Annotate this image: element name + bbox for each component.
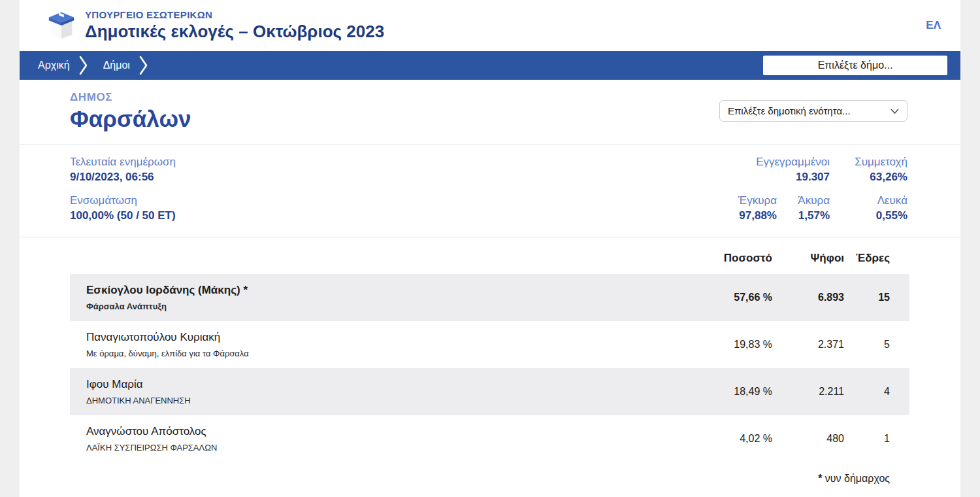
- last-update-stat: Τελευταία ενημέρωση 9/10/2023, 06:56: [70, 155, 176, 185]
- valid-stat: Έγκυρα 97,88%: [542, 194, 777, 224]
- seats-cell: 5: [844, 339, 890, 351]
- ballot-box-icon: [46, 9, 77, 43]
- percent-cell: 18,49 %: [687, 386, 772, 398]
- candidate-name: Εσκίογλου Ιορδάνης (Μάκης) *: [86, 284, 687, 297]
- percent-cell: 19,83 %: [687, 339, 772, 351]
- turnout-value: 63,26%: [830, 170, 907, 185]
- page-title: Δημοτικές εκλογές – Οκτώβριος 2023: [85, 22, 384, 42]
- party-name: Με όραμα, δύναμη, ελπίδα για τα Φάρσαλα: [86, 349, 687, 358]
- blank-label: Λευκά: [830, 194, 907, 209]
- breadcrumb-bar: Αρχική Δήμοι: [20, 51, 960, 80]
- result-row[interactable]: Ιφου Μαρία ΔΗΜΟΤΙΚΗ ΑΝΑΓΕΝΝΗΣΗ 18,49 % 2…: [70, 368, 909, 415]
- blank-stat: Λευκά 0,55%: [830, 194, 907, 224]
- municipal-unit-select[interactable]: Επιλέξτε δημοτική ενότητα...: [719, 100, 907, 122]
- language-toggle[interactable]: ΕΛ: [926, 19, 941, 32]
- turnout-label: Συμμετοχή: [830, 155, 907, 170]
- result-row[interactable]: Παναγιωτοπούλου Κυριακή Με όραμα, δύναμη…: [70, 321, 909, 368]
- app-header: ΥΠΟΥΡΓΕΙΟ ΕΣΩΤΕΡΙΚΩΝ Δημοτικές εκλογές –…: [20, 0, 960, 51]
- candidate-cell: Παναγιωτοπούλου Κυριακή Με όραμα, δύναμη…: [86, 331, 687, 358]
- result-row[interactable]: Αναγνώστου Απόστολος ΛΑΪΚΗ ΣΥΣΠΕΙΡΩΣΗ ΦΑ…: [70, 415, 909, 462]
- last-update-value: 9/10/2023, 06:56: [70, 170, 176, 185]
- results-table-header: Ποσοστό Ψήφοι Έδρες: [70, 252, 909, 265]
- breadcrumb-home[interactable]: Αρχική: [31, 60, 79, 71]
- candidate-cell: Ιφου Μαρία ΔΗΜΟΤΙΚΗ ΑΝΑΓΕΝΝΗΣΗ: [86, 378, 687, 405]
- footnote: * νυν δήμαρχος: [70, 473, 909, 485]
- breadcrumb: Αρχική Δήμοι: [31, 51, 157, 80]
- invalid-stat: Άκυρα 1,57%: [777, 194, 830, 224]
- candidate-cell: Εσκίογλου Ιορδάνης (Μάκης) * Φάρσαλα Ανά…: [86, 284, 687, 311]
- registered-label: Εγγεγραμμένοι: [542, 155, 830, 170]
- chevron-down-icon: [890, 105, 899, 116]
- votes-cell: 6.893: [772, 292, 844, 303]
- blank-value: 0,55%: [830, 209, 907, 224]
- municipality-header: ΔΗΜΟΣ Φαρσάλων Επιλέξτε δημοτική ενότητα…: [20, 80, 960, 144]
- candidate-cell: Αναγνώστου Απόστολος ΛΑΪΚΗ ΣΥΣΠΕΙΡΩΣΗ ΦΑ…: [86, 425, 687, 453]
- brand: ΥΠΟΥΡΓΕΙΟ ΕΣΩΤΕΡΙΚΩΝ Δημοτικές εκλογές –…: [46, 9, 384, 43]
- candidate-name: Παναγιωτοπούλου Κυριακή: [86, 331, 687, 344]
- valid-value: 97,88%: [542, 209, 777, 224]
- municipality-kind-label: ΔΗΜΟΣ: [70, 91, 191, 104]
- votes-cell: 2.211: [772, 386, 844, 398]
- chevron-right-icon: [139, 55, 148, 76]
- party-name: ΛΑΪΚΗ ΣΥΣΠΕΙΡΩΣΗ ΦΑΡΣΑΛΩΝ: [86, 443, 687, 453]
- registered-value: 19.307: [542, 170, 830, 185]
- invalid-value: 1,57%: [777, 209, 830, 224]
- seats-column-header: Έδρες: [844, 252, 890, 265]
- seats-cell: 4: [844, 386, 890, 398]
- result-row[interactable]: Εσκίογλου Ιορδάνης (Μάκης) * Φάρσαλα Ανά…: [70, 274, 909, 321]
- last-update-label: Τελευταία ενημέρωση: [70, 155, 176, 170]
- percent-cell: 4,02 %: [687, 433, 772, 445]
- integration-stat: Ενσωμάτωση 100,00% (50 / 50 ΕΤ): [70, 194, 176, 224]
- integration-value: 100,00% (50 / 50 ΕΤ): [70, 209, 176, 224]
- candidate-name: Ιφου Μαρία: [86, 378, 687, 391]
- party-name: Φάρσαλα Ανάπτυξη: [86, 301, 687, 311]
- results-rows: Εσκίογλου Ιορδάνης (Μάκης) * Φάρσαλα Ανά…: [70, 274, 909, 462]
- municipal-unit-select-value: Επιλέξτε δημοτική ενότητα...: [728, 105, 851, 116]
- invalid-label: Άκυρα: [777, 194, 830, 209]
- integration-label: Ενσωμάτωση: [70, 194, 176, 209]
- municipality-search-input[interactable]: [763, 56, 947, 75]
- seats-cell: 1: [844, 433, 890, 445]
- results-table: Ποσοστό Ψήφοι Έδρες Εσκίογλου Ιορδάνης (…: [20, 237, 960, 485]
- candidate-name: Αναγνώστου Απόστολος: [86, 425, 687, 438]
- registered-stat: Εγγεγραμμένοι 19.307: [542, 155, 830, 185]
- percent-column-header: Ποσοστό: [687, 252, 772, 265]
- percent-cell: 57,66 %: [687, 292, 772, 303]
- votes-cell: 2.371: [772, 339, 844, 351]
- stats-right: Εγγεγραμμένοι 19.307 Συμμετοχή 63,26% Έγ…: [542, 155, 907, 224]
- municipality-title-block: ΔΗΜΟΣ Φαρσάλων: [70, 91, 191, 132]
- ministry-label: ΥΠΟΥΡΓΕΙΟ ΕΣΩΤΕΡΙΚΩΝ: [85, 9, 384, 20]
- footnote-text: νυν δήμαρχος: [825, 473, 890, 484]
- seats-cell: 15: [844, 292, 890, 303]
- page: ΥΠΟΥΡΓΕΙΟ ΕΣΩΤΕΡΙΚΩΝ Δημοτικές εκλογές –…: [20, 0, 960, 497]
- votes-column-header: Ψήφοι: [772, 252, 844, 265]
- brand-text: ΥΠΟΥΡΓΕΙΟ ΕΣΩΤΕΡΙΚΩΝ Δημοτικές εκλογές –…: [85, 9, 384, 41]
- breadcrumb-municipalities[interactable]: Δήμοι: [97, 60, 139, 71]
- footnote-asterisk: *: [818, 473, 822, 484]
- stats-strip: Τελευταία ενημέρωση 9/10/2023, 06:56 Ενσ…: [20, 145, 960, 237]
- chevron-right-icon: [79, 55, 88, 76]
- valid-label: Έγκυρα: [542, 194, 777, 209]
- party-name: ΔΗΜΟΤΙΚΗ ΑΝΑΓΕΝΝΗΣΗ: [86, 396, 687, 405]
- municipality-name: Φαρσάλων: [70, 106, 191, 132]
- candidate-column-spacer: [86, 252, 687, 265]
- votes-cell: 480: [772, 433, 844, 445]
- turnout-stat: Συμμετοχή 63,26%: [830, 155, 907, 185]
- stats-left: Τελευταία ενημέρωση 9/10/2023, 06:56 Ενσ…: [70, 155, 176, 224]
